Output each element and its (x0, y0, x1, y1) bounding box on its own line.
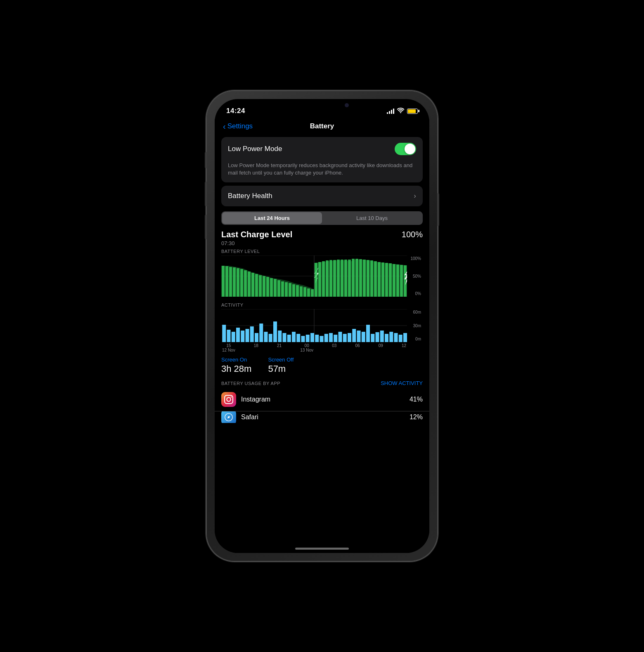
svg-rect-82 (315, 335, 319, 342)
x-label-12: 12 (402, 343, 406, 352)
instagram-row[interactable]: Instagram 41% (215, 388, 429, 411)
svg-rect-96 (380, 331, 384, 342)
svg-rect-27 (300, 286, 303, 297)
svg-rect-84 (324, 334, 328, 342)
battery-health-label: Battery Health (228, 192, 272, 200)
svg-rect-22 (281, 281, 284, 297)
svg-rect-87 (339, 332, 342, 342)
svg-rect-51 (385, 263, 388, 297)
svg-rect-70 (259, 324, 263, 342)
screen-off-label: Screen Off (268, 357, 294, 363)
svg-rect-68 (250, 326, 254, 342)
svg-rect-28 (303, 287, 306, 297)
back-label: Settings (227, 122, 253, 130)
svg-rect-99 (394, 333, 398, 342)
status-icons (387, 108, 418, 114)
svg-rect-93 (366, 325, 370, 342)
svg-rect-94 (371, 334, 374, 342)
svg-rect-21 (277, 280, 280, 297)
svg-marker-103 (227, 416, 230, 419)
content-area: ‹ Settings Battery Low Power Mode Low Po… (215, 119, 429, 553)
wifi-icon (397, 108, 404, 114)
screen-on-value: 3h 28m (221, 364, 251, 374)
battery-health-row[interactable]: Battery Health › (221, 186, 423, 206)
page-title: Battery (310, 122, 334, 130)
svg-rect-37 (333, 260, 336, 297)
svg-rect-42 (352, 259, 355, 297)
low-power-mode-card: Low Power Mode Low Power Mode temporaril… (221, 137, 423, 182)
phone-screen: 14:24 (215, 99, 429, 553)
svg-rect-48 (374, 261, 377, 297)
svg-rect-97 (385, 334, 388, 342)
screen-on-label: Screen On (221, 357, 251, 363)
y-label-0: 0% (415, 291, 421, 296)
volume-down-button[interactable] (205, 215, 206, 239)
segment-10days[interactable]: Last 10 Days (322, 212, 422, 224)
svg-rect-79 (301, 336, 305, 342)
volume-up-button[interactable] (205, 182, 206, 206)
svg-rect-35 (326, 260, 329, 297)
battery-level-section: BATTERY LEVEL (215, 247, 429, 297)
activity-chart-area (221, 309, 407, 342)
svg-rect-83 (320, 336, 324, 342)
svg-rect-46 (367, 260, 369, 297)
svg-rect-36 (329, 260, 332, 297)
battery-health-card[interactable]: Battery Health › (221, 186, 423, 206)
svg-rect-55 (400, 265, 403, 297)
svg-rect-88 (343, 334, 347, 342)
svg-rect-15 (255, 274, 258, 297)
svg-rect-50 (381, 262, 384, 297)
low-power-mode-label: Low Power Mode (228, 145, 282, 153)
power-button[interactable] (438, 193, 439, 226)
svg-rect-11 (240, 269, 243, 297)
svg-rect-9 (233, 267, 236, 297)
svg-rect-98 (389, 332, 393, 342)
svg-rect-100 (399, 335, 402, 342)
camera-dot (345, 103, 349, 107)
segment-24hours[interactable]: Last 24 Hours (222, 212, 322, 224)
svg-rect-14 (251, 273, 254, 297)
activity-label: ACTIVITY (221, 302, 423, 307)
screen-off-stat: Screen Off 57m (268, 357, 294, 374)
screen-off-value: 57m (268, 364, 294, 374)
y-label-60m: 60m (413, 310, 421, 314)
battery-icon (407, 109, 418, 114)
svg-rect-18 (266, 277, 269, 297)
signal-icon (387, 109, 394, 114)
svg-rect-20 (274, 279, 277, 297)
show-activity-button[interactable]: SHOW ACTIVITY (381, 380, 423, 386)
svg-rect-56 (404, 265, 407, 297)
svg-rect-41 (348, 260, 351, 297)
svg-rect-89 (348, 333, 351, 342)
svg-rect-39 (341, 260, 343, 297)
battery-level-label: BATTERY LEVEL (221, 249, 423, 254)
svg-rect-40 (344, 260, 347, 297)
safari-row[interactable]: Safari 12% (215, 411, 429, 423)
low-power-mode-toggle[interactable] (395, 143, 416, 155)
svg-rect-47 (370, 260, 373, 297)
svg-rect-24 (289, 283, 291, 297)
chevron-right-icon: › (414, 192, 416, 200)
mute-button[interactable] (205, 152, 206, 168)
battery-level-chart: 100% 50% 0% (221, 255, 423, 297)
y-label-0m: 0m (415, 337, 421, 341)
battery-fill (408, 109, 416, 113)
svg-rect-86 (334, 335, 337, 342)
x-label-15: 15 12 Nov (222, 343, 235, 352)
notch (283, 99, 361, 113)
svg-rect-67 (246, 329, 249, 342)
back-chevron-icon: ‹ (223, 122, 226, 131)
svg-rect-92 (362, 332, 365, 342)
time-range-segment: Last 24 Hours Last 10 Days (221, 211, 423, 225)
app-usage-header: BATTERY USAGE BY APP SHOW ACTIVITY (215, 377, 429, 388)
svg-rect-38 (337, 260, 340, 297)
back-button[interactable]: ‹ Settings (223, 122, 253, 131)
charge-level-title: Last Charge Level (221, 230, 292, 239)
svg-rect-81 (310, 333, 314, 342)
safari-percent: 12% (410, 413, 423, 421)
svg-rect-49 (378, 262, 381, 297)
svg-rect-30 (311, 289, 314, 297)
battery-chart-area (221, 255, 407, 297)
svg-rect-72 (269, 334, 272, 342)
svg-rect-90 (352, 329, 356, 342)
